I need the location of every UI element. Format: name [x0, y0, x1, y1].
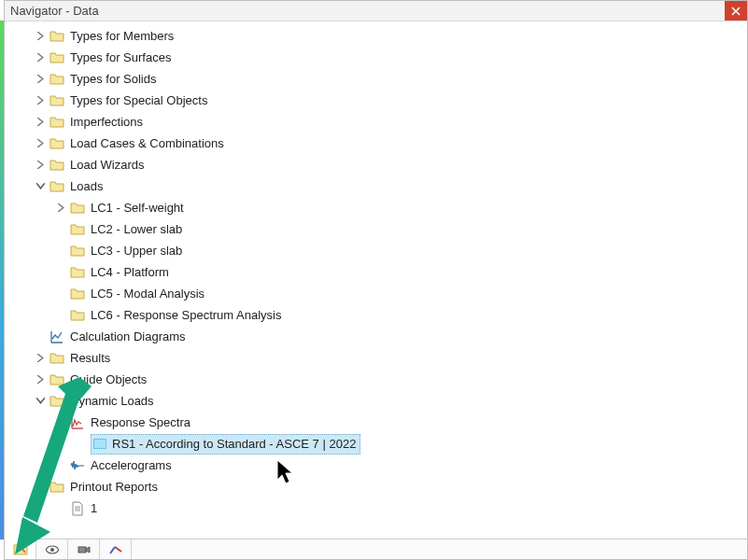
tree-label: Dynamic Loads — [70, 394, 154, 408]
tree-label: Calculation Diagrams — [70, 329, 186, 343]
tree-label: Results — [70, 351, 110, 365]
folder-icon — [70, 244, 85, 259]
selected-highlight: RS1 - According to Standard - ASCE 7 | 2… — [91, 434, 360, 455]
tree-label: LC5 - Modal Analysis — [91, 287, 205, 301]
tree-item-types-members[interactable]: Types for Members — [33, 25, 745, 47]
camera-icon — [77, 542, 92, 557]
spectrum-item-icon — [93, 439, 106, 449]
tree-label: Types for Special Objects — [70, 93, 207, 107]
chevron-right-icon[interactable] — [33, 351, 48, 366]
folder-icon — [70, 265, 85, 280]
tree-item-dynamic-loads[interactable]: Dynamic Loads — [33, 390, 745, 412]
tree-label: Guide Objects — [70, 372, 147, 386]
tree-item-response-spectra[interactable]: Response Spectra — [53, 412, 745, 433]
navigator-tabbar — [5, 539, 747, 559]
folder-icon — [49, 93, 64, 108]
close-button[interactable] — [725, 1, 747, 21]
tree-label: Load Wizards — [70, 158, 144, 172]
tree-content: Types for Members Types for Surfaces Typ… — [5, 21, 747, 539]
tree-item-lc6[interactable]: LC6 - Response Spectrum Analysis — [53, 304, 745, 326]
folder-icon — [49, 72, 64, 87]
tree-root: Types for Members Types for Surfaces Typ… — [7, 25, 745, 519]
tree-label: Response Spectra — [91, 415, 191, 429]
tree-label: Types for Surfaces — [70, 50, 171, 64]
tree-item-lc4[interactable]: LC4 - Platform — [53, 261, 745, 283]
folder-icon — [49, 372, 64, 387]
tree-label: Accelerograms — [91, 458, 172, 472]
folder-icon — [70, 201, 85, 216]
folder-icon — [49, 136, 64, 151]
tree-item-guide-objects[interactable]: Guide Objects — [33, 369, 745, 390]
tree-item-lc5[interactable]: LC5 - Modal Analysis — [53, 283, 745, 304]
tree-label: LC4 - Platform — [91, 265, 169, 279]
window-title: Navigator - Data — [10, 4, 725, 18]
document-icon — [70, 501, 85, 516]
folder-icon — [70, 222, 85, 237]
waveform-icon — [70, 458, 85, 473]
tree-item-report-1[interactable]: 1 — [53, 497, 745, 519]
folder-open-icon — [49, 480, 64, 495]
tree-item-calc-diagrams[interactable]: Calculation Diagrams — [33, 326, 745, 347]
folder-icon — [49, 351, 64, 366]
tree-item-rs1[interactable]: RS1 - According to Standard - ASCE 7 | 2… — [74, 433, 745, 455]
tree-label: Imperfections — [70, 115, 143, 129]
chevron-right-icon[interactable] — [33, 50, 48, 65]
folder-open-icon — [49, 179, 64, 194]
tree-item-imperfections[interactable]: Imperfections — [33, 111, 745, 133]
tab-views[interactable] — [68, 539, 100, 559]
chart-line-icon — [49, 329, 64, 344]
tab-results[interactable] — [100, 539, 132, 559]
tree-label: Types for Members — [70, 29, 174, 43]
tree-label: 1 — [91, 501, 97, 515]
folder-icon — [49, 158, 64, 173]
titlebar: Navigator - Data — [5, 1, 747, 21]
tree-label: Load Cases & Combinations — [70, 136, 224, 150]
chevron-right-icon[interactable] — [53, 201, 68, 216]
tab-display[interactable] — [36, 539, 68, 559]
folder-icon — [49, 50, 64, 65]
chevron-down-icon[interactable] — [53, 415, 68, 430]
tree-label: Types for Solids — [70, 72, 157, 86]
tree-item-printout-reports[interactable]: Printout Reports — [33, 476, 745, 497]
tree-item-loads[interactable]: Loads — [33, 175, 745, 197]
chevron-right-icon[interactable] — [33, 372, 48, 387]
eye-icon — [45, 542, 60, 557]
tree-item-lc2[interactable]: LC2 - Lower slab — [53, 218, 745, 240]
tree-label: Printout Reports — [70, 480, 158, 494]
chevron-right-icon[interactable] — [33, 93, 48, 108]
folder-icon — [70, 287, 85, 301]
results-tab-icon — [108, 542, 123, 557]
tree-item-types-special[interactable]: Types for Special Objects — [33, 90, 745, 111]
svg-point-4 — [50, 548, 54, 552]
tree-label: LC3 - Upper slab — [91, 244, 182, 258]
data-tab-icon — [13, 542, 28, 557]
chevron-right-icon[interactable] — [33, 115, 48, 130]
chevron-right-icon[interactable] — [33, 158, 48, 173]
tree-item-lc3[interactable]: LC3 - Upper slab — [53, 240, 745, 261]
chevron-right-icon[interactable] — [33, 136, 48, 151]
tab-data[interactable] — [5, 539, 36, 559]
chevron-down-icon[interactable] — [33, 394, 48, 409]
tree-label: Loads — [70, 179, 103, 193]
chevron-right-icon[interactable] — [33, 29, 48, 44]
folder-icon — [49, 115, 64, 130]
navigator-window: Navigator - Data Types for Members — [4, 0, 748, 560]
tree-label: LC2 - Lower slab — [91, 222, 182, 236]
tree-item-lc1[interactable]: LC1 - Self-weight — [53, 197, 745, 218]
tree-item-accelerograms[interactable]: Accelerograms — [53, 455, 745, 476]
folder-open-icon — [49, 394, 64, 409]
svg-rect-2 — [14, 545, 27, 554]
tree-item-types-surfaces[interactable]: Types for Surfaces — [33, 47, 745, 68]
chevron-down-icon[interactable] — [33, 179, 48, 194]
tree-label: RS1 - According to Standard - ASCE 7 | 2… — [112, 437, 356, 451]
close-icon — [731, 7, 741, 16]
tree-item-load-wizards[interactable]: Load Wizards — [33, 154, 745, 175]
svg-rect-5 — [78, 547, 86, 553]
folder-icon — [70, 308, 85, 323]
tree-item-load-cases[interactable]: Load Cases & Combinations — [33, 133, 745, 154]
tree-item-results[interactable]: Results — [33, 347, 745, 369]
tree-item-types-solids[interactable]: Types for Solids — [33, 68, 745, 90]
folder-icon — [49, 29, 64, 44]
chevron-down-icon[interactable] — [33, 480, 48, 495]
chevron-right-icon[interactable] — [33, 72, 48, 87]
